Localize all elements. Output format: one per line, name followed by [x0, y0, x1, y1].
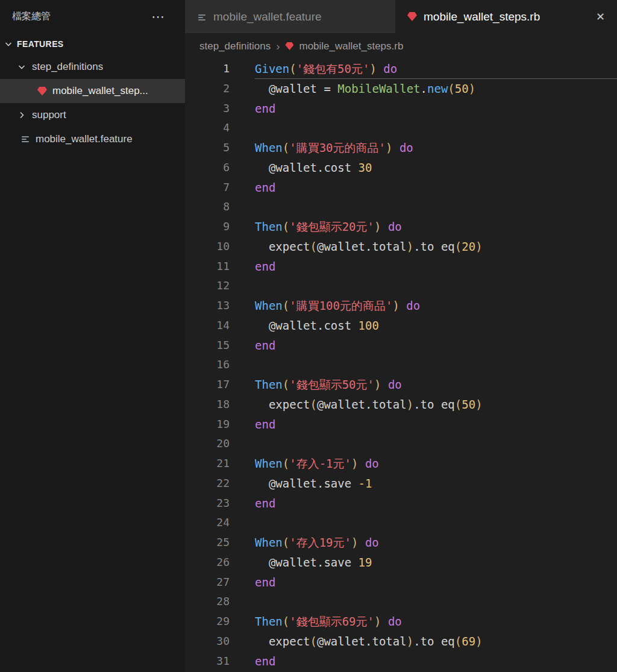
- code-text: Then('錢包顯示50元') do: [255, 375, 617, 395]
- code-line[interactable]: 2 @wallet = MobileWallet.new(50): [185, 79, 617, 99]
- close-icon[interactable]: ✕: [596, 10, 605, 24]
- line-number: 3: [185, 99, 230, 119]
- code-line[interactable]: 13When('購買100元的商品') do: [185, 296, 617, 316]
- tree-item-label: step_definitions: [32, 61, 103, 73]
- feature-file-icon: [197, 12, 207, 22]
- chevron-down-icon: [4, 39, 13, 49]
- code-text: [255, 592, 617, 612]
- line-number: 31: [185, 652, 230, 671]
- code-text: @wallet.save -1: [255, 474, 617, 494]
- code-line[interactable]: 22 @wallet.save -1: [185, 474, 617, 494]
- breadcrumb-file[interactable]: mobile_wallet_steps.rb: [299, 40, 403, 52]
- explorer-actions-icon[interactable]: ⋯: [151, 10, 164, 24]
- code-text: end: [255, 178, 617, 198]
- tab-mobile-wallet-feature[interactable]: mobile_wallet.feature: [185, 0, 395, 33]
- tab-label: mobile_wallet_steps.rb: [424, 10, 540, 24]
- code-editor-window: 檔案總管 ⋯ FEATURES step_definitions mobile_…: [0, 0, 617, 672]
- section-label: FEATURES: [17, 39, 64, 49]
- code-text: When('存入-1元') do: [255, 454, 617, 474]
- code-text: Then('錢包顯示69元') do: [255, 612, 617, 632]
- tree-item-label: support: [32, 109, 66, 121]
- line-number: 18: [185, 395, 230, 415]
- code-line[interactable]: 18 expect(@wallet.total).to eq(50): [185, 395, 617, 415]
- code-line[interactable]: 5When('購買30元的商品') do: [185, 138, 617, 158]
- code-line[interactable]: 8: [185, 197, 617, 217]
- code-line[interactable]: 28: [185, 592, 617, 612]
- line-number: 26: [185, 553, 230, 573]
- line-number: 12: [185, 276, 230, 296]
- line-number: 9: [185, 217, 230, 237]
- code-text: Given('錢包有50元') do: [255, 59, 617, 79]
- code-line[interactable]: 30 expect(@wallet.total).to eq(69): [185, 632, 617, 652]
- code-text: expect(@wallet.total).to eq(50): [255, 395, 617, 415]
- code-line[interactable]: 1Given('錢包有50元') do: [185, 59, 617, 79]
- code-line[interactable]: 17Then('錢包顯示50元') do: [185, 375, 617, 395]
- line-number: 20: [185, 434, 230, 454]
- code-line[interactable]: 26 @wallet.save 19: [185, 553, 617, 573]
- code-text: expect(@wallet.total).to eq(20): [255, 237, 617, 257]
- line-number: 10: [185, 237, 230, 257]
- code-line[interactable]: 11end: [185, 257, 617, 277]
- line-number: 30: [185, 632, 230, 652]
- code-text: end: [255, 336, 617, 356]
- line-number: 17: [185, 375, 230, 395]
- tree-item-mobile-wallet-feature[interactable]: mobile_wallet.feature: [0, 127, 185, 151]
- line-number: 24: [185, 513, 230, 533]
- line-number: 14: [185, 316, 230, 336]
- code-text: end: [255, 573, 617, 592]
- ruby-file-icon: [407, 12, 417, 21]
- code-line[interactable]: 23end: [185, 494, 617, 513]
- code-text: end: [255, 652, 617, 671]
- line-number: 6: [185, 158, 230, 178]
- code-line[interactable]: 21When('存入-1元') do: [185, 454, 617, 474]
- code-line[interactable]: 12: [185, 276, 617, 296]
- code-text: [255, 513, 617, 533]
- line-number: 5: [185, 138, 230, 158]
- line-number: 27: [185, 573, 230, 592]
- file-explorer-sidebar: 檔案總管 ⋯ FEATURES step_definitions mobile_…: [0, 0, 185, 672]
- explorer-title: 檔案總管: [12, 10, 51, 23]
- code-text: @wallet.cost 100: [255, 316, 617, 336]
- code-text: end: [255, 99, 617, 119]
- code-line[interactable]: 14 @wallet.cost 100: [185, 316, 617, 336]
- line-number: 11: [185, 257, 230, 277]
- tab-mobile-wallet-steps[interactable]: mobile_wallet_steps.rb ✕: [395, 0, 617, 33]
- tree-item-support[interactable]: support: [0, 103, 185, 127]
- code-line[interactable]: 15end: [185, 336, 617, 356]
- code-line[interactable]: 16: [185, 355, 617, 375]
- code-line[interactable]: 7end: [185, 178, 617, 198]
- code-line[interactable]: 29Then('錢包顯示69元') do: [185, 612, 617, 632]
- code-text: [255, 434, 617, 454]
- code-text: @wallet = MobileWallet.new(50): [255, 79, 617, 99]
- code-line[interactable]: 6 @wallet.cost 30: [185, 158, 617, 178]
- chevron-down-icon: [17, 62, 27, 72]
- explorer-header: 檔案總管 ⋯: [0, 0, 185, 33]
- line-number: 28: [185, 592, 230, 612]
- line-number: 13: [185, 296, 230, 316]
- ruby-file-icon: [285, 42, 293, 50]
- line-number: 4: [185, 118, 230, 138]
- editor-pane: mobile_wallet.feature mobile_wallet_step…: [185, 0, 617, 672]
- code-line[interactable]: 10 expect(@wallet.total).to eq(20): [185, 237, 617, 257]
- code-line[interactable]: 3end: [185, 99, 617, 119]
- code-line[interactable]: 27end: [185, 573, 617, 592]
- code-line[interactable]: 20: [185, 434, 617, 454]
- line-number: 25: [185, 533, 230, 553]
- code-line[interactable]: 25When('存入19元') do: [185, 533, 617, 553]
- breadcrumb-folder[interactable]: step_definitions: [199, 40, 271, 52]
- code-line[interactable]: 31end: [185, 652, 617, 671]
- tree-item-step-definitions[interactable]: step_definitions: [0, 55, 185, 79]
- file-tree: step_definitions mobile_wallet_step... s…: [0, 55, 185, 151]
- tree-item-mobile-wallet-steps[interactable]: mobile_wallet_step...: [0, 79, 185, 103]
- code-text: [255, 197, 617, 217]
- line-number: 7: [185, 178, 230, 198]
- code-text: [255, 276, 617, 296]
- code-text: Then('錢包顯示20元') do: [255, 217, 617, 237]
- code-line[interactable]: 9Then('錢包顯示20元') do: [185, 217, 617, 237]
- code-line[interactable]: 4: [185, 118, 617, 138]
- code-lines[interactable]: 1Given('錢包有50元') do2 @wallet = MobileWal…: [185, 59, 617, 672]
- code-line[interactable]: 24: [185, 513, 617, 533]
- code-line[interactable]: 19end: [185, 415, 617, 435]
- section-features[interactable]: FEATURES: [0, 33, 185, 55]
- line-number: 22: [185, 474, 230, 494]
